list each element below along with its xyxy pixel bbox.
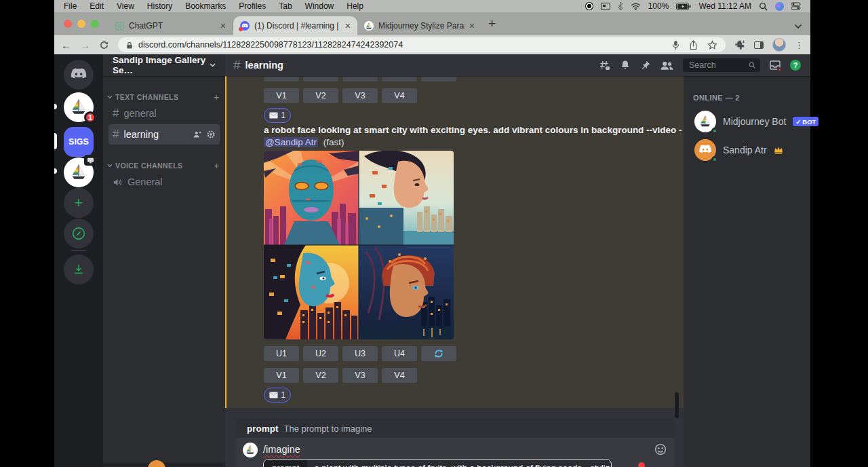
extensions-puzzle-icon[interactable] [734,39,745,50]
create-channel-button[interactable]: + [214,160,220,171]
v1-button[interactable]: V1 [264,88,299,103]
user-mention[interactable]: @Sandip Atr [264,137,318,147]
server-sailboat-2[interactable] [64,157,94,187]
tab-search-chevron-icon[interactable] [794,24,802,29]
text-channels-section[interactable]: TEXT CHANNELS + [103,91,225,102]
slash-command-text[interactable]: /imagine [263,444,300,455]
close-window-button[interactable] [64,20,72,28]
u1-button[interactable]: U1 [264,346,299,361]
tab-chatgpt[interactable]: ChatGPT × [108,16,233,35]
create-channel-button[interactable]: + [214,91,220,102]
envelope-reaction[interactable]: 1 [264,108,291,123]
tab-close-button[interactable]: × [345,21,351,31]
discord-app: 1 SIGS + Sandip Image Gallery Se… [54,54,810,467]
section-label: VOICE CHANNELS [115,162,211,170]
discord-home-button[interactable] [64,60,94,90]
notifications-bell-icon[interactable] [620,60,631,71]
wifi-icon[interactable] [631,3,641,10]
voice-channels-section[interactable]: VOICE CHANNELS + [103,160,225,171]
reload-button[interactable] [99,40,109,50]
prompt-option-field[interactable]: prompt a plant with multiple types of fr… [263,459,612,467]
voice-search-icon[interactable] [672,40,679,50]
member-row-midjourney-bot[interactable]: Midjourney Bot ✓ BOT [689,107,805,136]
add-server-button[interactable]: + [64,188,94,218]
help-button[interactable]: ? [790,60,801,71]
capture-tool-icon[interactable] [601,3,610,10]
menu-item-file[interactable]: File [64,1,77,11]
minimize-window-button[interactable] [77,20,85,28]
menu-item-history[interactable]: History [147,1,172,11]
forward-button[interactable]: → [80,40,90,50]
browser-menu-icon[interactable]: ⋮ [795,40,804,50]
siri-icon[interactable] [775,2,784,11]
menu-item-bookmarks[interactable]: Bookmarks [185,1,226,11]
menu-item-help[interactable]: Help [347,1,363,11]
channel-settings-gear-icon[interactable] [206,130,216,139]
menu-item-view[interactable]: View [117,1,134,11]
download-apps-button[interactable] [64,255,94,284]
member-list-icon[interactable] [660,60,673,71]
back-button[interactable]: ← [61,40,71,50]
menu-item-profiles[interactable]: Profiles [239,1,266,11]
new-tab-button[interactable]: + [488,16,496,31]
channel-general[interactable]: # general [108,103,220,124]
screen-record-icon[interactable] [585,2,593,10]
u4-button[interactable]: U4 [382,346,417,361]
server-sailboat-1[interactable]: 1 [64,92,94,122]
spotlight-search-icon[interactable] [759,2,768,11]
chat-scrollbar-thumb[interactable] [675,392,679,418]
threads-icon[interactable] [599,60,610,71]
channel-learning-active[interactable]: # learning [108,124,220,145]
option-field-value[interactable]: a plant with multiple types of fruits, w… [307,460,612,467]
search-box[interactable] [683,58,760,72]
generated-image-grid[interactable] [264,151,454,339]
toolbar-right-actions: ⋮ [734,38,804,52]
invite-people-icon[interactable] [193,130,202,139]
tab-close-button[interactable]: × [469,21,475,31]
pinned-messages-icon[interactable] [640,60,651,71]
bookmark-star-icon[interactable] [707,40,717,50]
control-center-icon[interactable] [791,2,801,10]
inbox-button[interactable] [770,60,781,71]
member-row-sandip-atr[interactable]: Sandip Atr [689,136,805,164]
u2-button[interactable]: U2 [303,346,338,361]
tab-midjourney[interactable]: Midjourney Stylize Parameter × [357,16,481,35]
menu-item-window[interactable]: Window [305,1,334,11]
user-avatar[interactable] [148,460,165,467]
server-header[interactable]: Sandip Image Gallery Se… [103,54,225,76]
menubar-clock[interactable]: Wed 11:12 AM [698,1,751,11]
side-panel-icon[interactable] [754,41,764,49]
fullscreen-window-button[interactable] [91,20,99,28]
channel-name: general [123,108,156,119]
menu-item-edit[interactable]: Edit [90,1,104,11]
explore-servers-button[interactable] [64,219,94,248]
tab-close-button[interactable]: × [220,21,226,31]
speaker-icon [113,177,123,187]
v4-button[interactable]: V4 [382,368,417,383]
share-icon[interactable] [689,40,698,50]
server-sigs-active[interactable]: SIGS [64,127,94,157]
u3-button[interactable]: U3 [342,346,378,361]
battery-icon[interactable] [676,3,691,10]
emoji-picker-button[interactable] [654,443,667,458]
v3-button[interactable]: V3 [342,88,378,103]
message-composer[interactable]: /imagine prompt a plant with multiple ty… [236,438,674,467]
envelope-reaction[interactable]: 1 [264,388,291,403]
recording-indicator-dot [638,462,645,467]
server-name: Sandip Image Gallery Se… [113,55,210,75]
v2-button[interactable]: V2 [303,368,338,383]
lock-icon[interactable] [126,41,133,50]
profile-avatar[interactable] [772,38,786,52]
v4-button[interactable]: V4 [382,88,417,103]
voice-channel-general[interactable]: General [108,172,220,192]
v1-button[interactable]: V1 [264,368,299,383]
command-option-popup[interactable]: prompt The prompt to imagine [236,419,674,438]
search-input[interactable] [688,60,746,71]
menu-item-tab[interactable]: Tab [279,1,292,11]
v3-button[interactable]: V3 [342,368,378,383]
address-bar[interactable]: discord.com/channels/1128282250098778123… [118,37,726,52]
v2-button[interactable]: V2 [303,88,338,103]
reroll-button[interactable] [421,346,456,361]
tab-discord-active[interactable]: (1) Discord | #learning | Sandi × [233,16,357,35]
bluetooth-icon[interactable] [618,2,623,10]
